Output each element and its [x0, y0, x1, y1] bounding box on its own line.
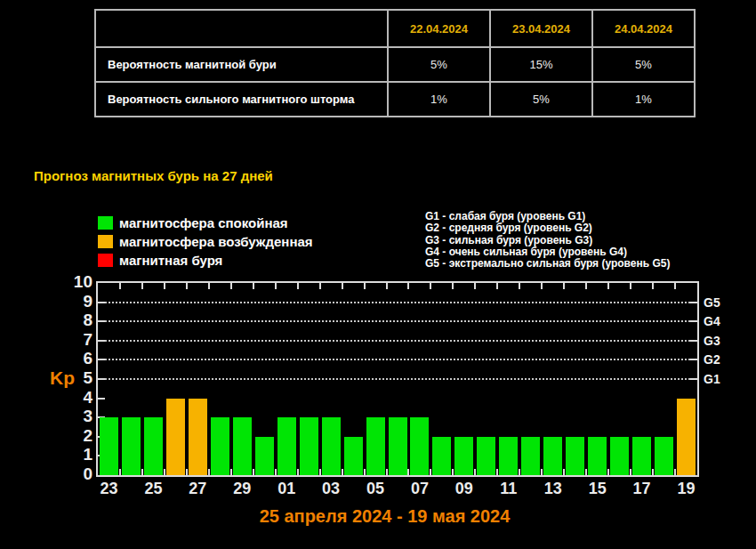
x-tick-top	[119, 283, 121, 289]
y-axis-label-4: 4	[53, 388, 92, 408]
kp-bar-15	[588, 437, 607, 475]
x-tick-bottom	[674, 469, 676, 475]
x-tick-top	[386, 283, 388, 289]
x-tick-bottom	[585, 469, 587, 475]
x-tick-bottom	[164, 469, 165, 475]
x-tick-bottom	[342, 469, 343, 475]
x-tick-top	[141, 283, 143, 289]
y-axis-label-2: 2	[53, 426, 92, 446]
kp-bar-28	[211, 417, 229, 475]
x-tick-bottom	[208, 469, 210, 475]
x-tick-top	[230, 283, 232, 289]
gridline-kp-6	[98, 359, 697, 360]
kp-bar-24	[122, 417, 141, 475]
x-tick-bottom	[141, 469, 143, 475]
excited-color-swatch	[98, 235, 113, 248]
probability-value: 1%	[592, 82, 695, 117]
kp-bar-06	[389, 417, 407, 475]
table-row: Вероятность сильного магнитного шторма 1…	[95, 82, 695, 117]
x-tick-top	[585, 283, 587, 289]
table-corner-cell	[95, 10, 388, 47]
y-tick-right	[690, 340, 697, 342]
kp-bar-19	[677, 399, 696, 475]
x-tick-top	[652, 283, 654, 289]
kp-bar-chart-plot-area	[96, 281, 699, 477]
kp-bar-12	[521, 437, 540, 475]
x-axis-label-03: 03	[309, 480, 353, 498]
x-axis-label-05: 05	[353, 480, 398, 498]
table-date-header: 23.04.2024	[490, 10, 592, 47]
right-axis-label-G5: G5	[704, 295, 720, 310]
y-axis-label-10: 10	[53, 272, 92, 292]
x-tick-top	[407, 283, 409, 289]
g-scale-line: G2 - средняя буря (уровень G2)	[425, 222, 670, 234]
probability-value: 5%	[388, 47, 490, 82]
right-axis-label-G3: G3	[704, 334, 720, 348]
kp-bar-17	[632, 437, 651, 475]
gridline-kp-8	[98, 320, 697, 322]
x-axis-label-13: 13	[531, 480, 575, 498]
gridline-kp-5	[98, 378, 697, 380]
legend-item-storm: магнитная буря	[98, 251, 313, 270]
x-tick-bottom	[519, 469, 520, 475]
x-tick-top	[430, 283, 431, 289]
x-axis-label-01: 01	[264, 480, 309, 498]
x-tick-top	[297, 283, 299, 289]
kp-bar-16	[610, 437, 629, 475]
x-tick-top	[563, 283, 565, 289]
x-tick-top	[186, 283, 188, 289]
table-row: Вероятность магнитной бури 5% 15% 5%	[95, 47, 695, 82]
x-axis-label-07: 07	[398, 480, 442, 498]
g-scale-line: G4 - очень сильная буря (уровень G4)	[425, 246, 670, 258]
x-axis-label-17: 17	[620, 480, 664, 498]
x-tick-top	[342, 283, 343, 289]
x-axis-label-25: 25	[131, 480, 175, 498]
row-label-storm-probability: Вероятность магнитной бури	[95, 47, 388, 82]
x-tick-top	[164, 283, 165, 289]
quiet-color-swatch	[98, 216, 113, 230]
x-tick-bottom	[563, 469, 565, 475]
y-axis-label-3: 3	[53, 407, 92, 426]
x-tick-bottom	[407, 469, 409, 475]
y-tick-right	[690, 320, 697, 322]
x-tick-bottom	[319, 469, 321, 475]
probability-value: 15%	[490, 47, 592, 82]
x-tick-bottom	[230, 469, 232, 475]
storm-color-swatch	[98, 254, 113, 267]
kp-bar-05	[366, 417, 385, 475]
probability-value: 1%	[388, 82, 490, 117]
x-tick-top	[519, 283, 520, 289]
kp-bar-10	[477, 437, 495, 475]
x-tick-top	[607, 283, 609, 289]
x-tick-bottom	[297, 469, 299, 475]
legend-item-excited: магнитосфера возбужденная	[98, 232, 313, 251]
legend-item-quiet: магнитосфера спокойная	[98, 214, 313, 232]
y-tick-left	[98, 340, 105, 342]
x-axis-label-23: 23	[86, 480, 131, 498]
x-tick-bottom	[386, 469, 388, 475]
kp-bar-30	[255, 437, 274, 475]
x-tick-bottom	[119, 469, 121, 475]
kp-bar-14	[566, 437, 584, 475]
y-axis-label-8: 8	[53, 311, 92, 330]
x-tick-bottom	[474, 469, 476, 475]
x-tick-bottom	[496, 469, 498, 475]
x-tick-bottom	[275, 469, 277, 475]
chart-date-range-caption: 25 апреля 2024 - 19 мая 2024	[98, 506, 672, 527]
table-header-row: 22.04.2024 23.04.2024 24.04.2024	[95, 10, 695, 47]
y-tick-right	[690, 359, 697, 360]
x-tick-top	[474, 283, 476, 289]
gridline-kp-9	[98, 302, 697, 303]
row-label-severe-storm-probability: Вероятность сильного магнитного шторма	[95, 82, 388, 117]
x-tick-top	[496, 283, 498, 289]
kp-bar-26	[166, 399, 185, 475]
gridline-kp-7	[98, 340, 697, 342]
right-axis-label-G1: G1	[704, 372, 720, 386]
kp-bar-04	[344, 437, 363, 475]
x-tick-top	[541, 283, 543, 289]
x-tick-top	[674, 283, 676, 289]
kp-bar-13	[543, 437, 562, 475]
magnetic-storm-forecast-page: 22.04.2024 23.04.2024 24.04.2024 Вероятн…	[0, 0, 756, 549]
kp-bar-01	[277, 417, 296, 475]
chart-legend: магнитосфера спокойная магнитосфера возб…	[98, 214, 313, 270]
